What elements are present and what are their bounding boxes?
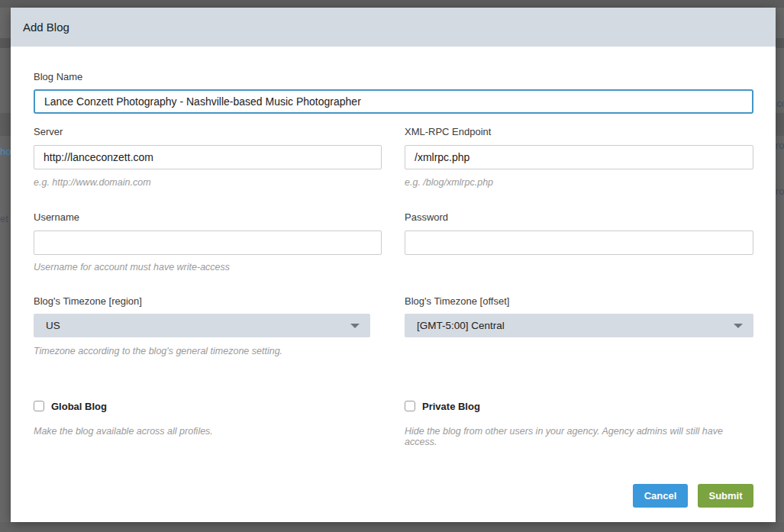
private-blog-row: Private Blog [405,400,753,412]
password-label: Password [405,211,753,223]
global-blog-row: Global Blog [34,400,382,412]
global-blog-label: Global Blog [51,401,107,412]
modal-title: Add Blog [11,8,776,47]
chevron-down-icon [350,324,360,328]
private-blog-hint: Hide the blog from other users in your a… [405,426,753,447]
timezone-region-hint: Timezone according to the blog's general… [34,346,382,356]
password-input[interactable] [405,231,753,255]
xmlrpc-endpoint-label: XML-RPC Endpoint [405,126,753,137]
timezone-offset-select[interactable]: [GMT-5:00] Central [405,314,753,337]
timezone-offset-value: [GMT-5:00] Central [417,320,505,331]
background-text-fragment: et [0,213,8,224]
username-input[interactable] [34,231,382,255]
add-blog-modal: Add Blog Blog Name Server e.g. http://ww… [11,8,776,522]
private-blog-checkbox[interactable] [405,401,415,411]
username-label: Username [34,211,382,223]
xmlrpc-endpoint-hint: e.g. /blog/xmlrpc.php [405,177,753,188]
submit-button[interactable]: Submit [698,484,753,508]
background-text-fragment: rot [776,140,784,151]
timezone-region-value: US [46,320,60,331]
blog-name-label: Blog Name [34,71,82,82]
xmlrpc-endpoint-input[interactable] [405,145,753,169]
timezone-offset-label: Blog's Timezone [offset] [405,295,753,307]
server-label: Server [34,126,382,137]
timezone-region-select[interactable]: US [34,314,370,337]
server-input[interactable] [34,145,382,169]
timezone-region-label: Blog's Timezone [region] [34,295,382,307]
global-blog-checkbox[interactable] [34,401,44,411]
background-band [0,522,784,532]
background-text-fragment: ho [0,146,11,157]
chevron-down-icon [734,324,743,328]
background-text-fragment: rot [776,185,784,197]
cancel-button[interactable]: Cancel [633,484,688,508]
username-hint: Username for account must have write-acc… [34,262,382,272]
server-hint: e.g. http://www.domain.com [34,177,382,188]
modal-header: Add Blog [11,8,776,47]
global-blog-hint: Make the blog available across all profi… [34,426,382,437]
blog-name-input[interactable] [34,89,753,114]
background-band [0,0,784,8]
private-blog-label: Private Blog [422,401,480,412]
background-text-fragment: co [776,98,784,109]
